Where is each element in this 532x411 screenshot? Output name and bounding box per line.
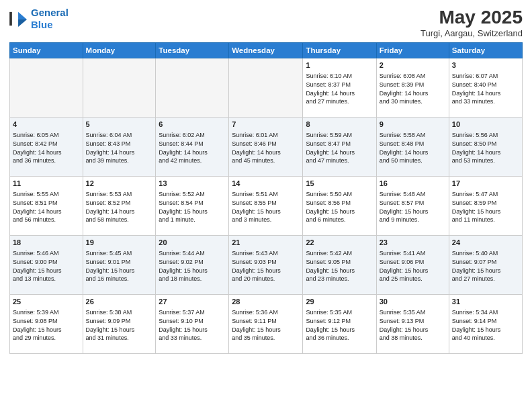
day-info: and 23 minutes. xyxy=(306,275,373,283)
day-info: Sunset: 9:09 PM xyxy=(86,317,153,326)
day-info: and 38 minutes. xyxy=(380,334,446,342)
day-info: Sunset: 9:01 PM xyxy=(86,258,153,267)
day-info: and 40 minutes. xyxy=(452,334,519,342)
day-number: 6 xyxy=(159,120,226,130)
day-info: Sunset: 8:42 PM xyxy=(13,140,80,148)
day-info: Daylight: 15 hours xyxy=(159,267,226,275)
svg-marker-1 xyxy=(18,19,27,27)
day-number: 3 xyxy=(452,60,519,71)
day-info: and 16 minutes. xyxy=(86,275,153,283)
calendar-cell: 24Sunrise: 5:40 AMSunset: 9:07 PMDayligh… xyxy=(449,236,522,295)
calendar-cell: 2Sunrise: 6:08 AMSunset: 8:39 PMDaylight… xyxy=(376,58,449,118)
page: General Blue May 2025 Turgi, Aargau, Swi… xyxy=(0,0,532,411)
day-info: Sunset: 8:50 PM xyxy=(452,140,519,148)
day-info: Sunrise: 6:04 AM xyxy=(86,131,153,140)
calendar-header-row: SundayMondayTuesdayWednesdayThursdayFrid… xyxy=(10,43,523,58)
day-number: 13 xyxy=(159,179,226,189)
day-info: Sunset: 9:12 PM xyxy=(306,317,373,326)
calendar-cell: 15Sunrise: 5:50 AMSunset: 8:56 PMDayligh… xyxy=(303,177,376,236)
day-info: Sunset: 8:54 PM xyxy=(159,199,226,208)
day-info: and 36 minutes. xyxy=(306,334,373,342)
day-info: Sunset: 8:47 PM xyxy=(306,140,373,148)
logo: General Blue xyxy=(9,7,69,31)
day-info: Daylight: 14 hours xyxy=(13,148,80,157)
calendar-cell: 27Sunrise: 5:37 AMSunset: 9:10 PMDayligh… xyxy=(156,295,229,354)
day-info: Sunset: 9:06 PM xyxy=(380,258,446,267)
calendar-week-row: 18Sunrise: 5:46 AMSunset: 9:00 PMDayligh… xyxy=(10,236,523,295)
day-number: 30 xyxy=(380,297,446,307)
day-info: and 33 minutes. xyxy=(452,97,519,106)
day-info: and 33 minutes. xyxy=(159,334,226,342)
calendar-cell: 25Sunrise: 5:39 AMSunset: 9:08 PMDayligh… xyxy=(10,295,83,354)
day-info: Sunrise: 5:38 AM xyxy=(86,308,153,317)
calendar-cell: 11Sunrise: 5:55 AMSunset: 8:51 PMDayligh… xyxy=(10,177,83,236)
day-info: and 13 minutes. xyxy=(13,275,80,283)
day-info: and 27 minutes. xyxy=(306,97,373,106)
calendar-cell: 6Sunrise: 6:02 AMSunset: 8:44 PMDaylight… xyxy=(156,118,229,177)
day-info: and 20 minutes. xyxy=(232,275,300,283)
calendar-cell: 17Sunrise: 5:47 AMSunset: 8:59 PMDayligh… xyxy=(449,177,522,236)
day-info: Sunrise: 5:37 AM xyxy=(159,308,226,317)
day-info: Sunset: 8:57 PM xyxy=(380,199,446,208)
day-info: Daylight: 14 hours xyxy=(86,148,153,157)
day-number: 1 xyxy=(306,60,373,71)
calendar-week-row: 11Sunrise: 5:55 AMSunset: 8:51 PMDayligh… xyxy=(10,177,523,236)
day-info: and 58 minutes. xyxy=(86,216,153,224)
day-info: Daylight: 14 hours xyxy=(452,148,519,157)
day-info: and 18 minutes. xyxy=(159,275,226,283)
day-info: and 45 minutes. xyxy=(232,156,300,165)
day-info: Daylight: 15 hours xyxy=(232,208,300,216)
day-info: Daylight: 15 hours xyxy=(452,326,519,334)
day-number: 31 xyxy=(452,297,519,307)
day-number: 29 xyxy=(306,297,373,307)
day-info: Sunset: 9:13 PM xyxy=(380,317,446,326)
calendar-table: SundayMondayTuesdayWednesdayThursdayFrid… xyxy=(9,42,523,354)
day-info: Daylight: 15 hours xyxy=(86,267,153,275)
day-info: Sunset: 8:37 PM xyxy=(306,81,373,89)
day-number: 19 xyxy=(86,238,153,248)
calendar-cell xyxy=(156,58,229,118)
day-info: Sunrise: 5:36 AM xyxy=(232,308,300,317)
day-info: and 53 minutes. xyxy=(452,156,519,165)
day-info: Sunset: 9:14 PM xyxy=(452,317,519,326)
day-info: Sunset: 8:44 PM xyxy=(159,140,226,148)
day-number: 27 xyxy=(159,297,226,307)
logo-icon xyxy=(9,11,28,27)
day-info: and 31 minutes. xyxy=(86,334,153,342)
day-info: Daylight: 15 hours xyxy=(232,267,300,275)
day-info: Daylight: 15 hours xyxy=(306,267,373,275)
day-info: Sunrise: 5:40 AM xyxy=(452,249,519,258)
day-info: Daylight: 14 hours xyxy=(306,148,373,157)
day-number: 17 xyxy=(452,179,519,189)
day-info: Sunrise: 6:10 AM xyxy=(306,72,373,81)
day-info: Sunset: 9:08 PM xyxy=(13,317,80,326)
day-info: Daylight: 15 hours xyxy=(159,208,226,216)
day-number: 26 xyxy=(86,297,153,307)
day-info: Daylight: 15 hours xyxy=(380,267,446,275)
day-info: Sunrise: 5:35 AM xyxy=(380,308,446,317)
day-info: Sunrise: 6:05 AM xyxy=(13,131,80,140)
day-number: 15 xyxy=(306,179,373,189)
day-info: Sunrise: 5:34 AM xyxy=(452,308,519,317)
day-info: Sunrise: 5:53 AM xyxy=(86,190,153,199)
day-info: and 29 minutes. xyxy=(13,334,80,342)
day-info: Sunrise: 5:42 AM xyxy=(306,249,373,258)
subtitle: Turgi, Aargau, Switzerland xyxy=(420,28,523,38)
day-info: Daylight: 14 hours xyxy=(159,148,226,157)
day-number: 23 xyxy=(380,238,446,248)
calendar-cell: 18Sunrise: 5:46 AMSunset: 9:00 PMDayligh… xyxy=(10,236,83,295)
day-info: Daylight: 15 hours xyxy=(452,208,519,216)
day-info: and 56 minutes. xyxy=(13,216,80,224)
title-block: May 2025 Turgi, Aargau, Switzerland xyxy=(420,7,523,38)
day-info: Sunrise: 5:58 AM xyxy=(380,131,446,140)
calendar-week-row: 1Sunrise: 6:10 AMSunset: 8:37 PMDaylight… xyxy=(10,58,523,118)
day-info: Sunset: 9:11 PM xyxy=(232,317,300,326)
day-number: 5 xyxy=(86,120,153,130)
day-info: and 39 minutes. xyxy=(86,156,153,165)
day-number: 24 xyxy=(452,238,519,248)
calendar-cell: 8Sunrise: 5:59 AMSunset: 8:47 PMDaylight… xyxy=(303,118,376,177)
day-info: Sunset: 9:02 PM xyxy=(159,258,226,267)
day-number: 10 xyxy=(452,120,519,130)
header: General Blue May 2025 Turgi, Aargau, Swi… xyxy=(9,7,523,38)
day-info: Sunrise: 5:43 AM xyxy=(232,249,300,258)
